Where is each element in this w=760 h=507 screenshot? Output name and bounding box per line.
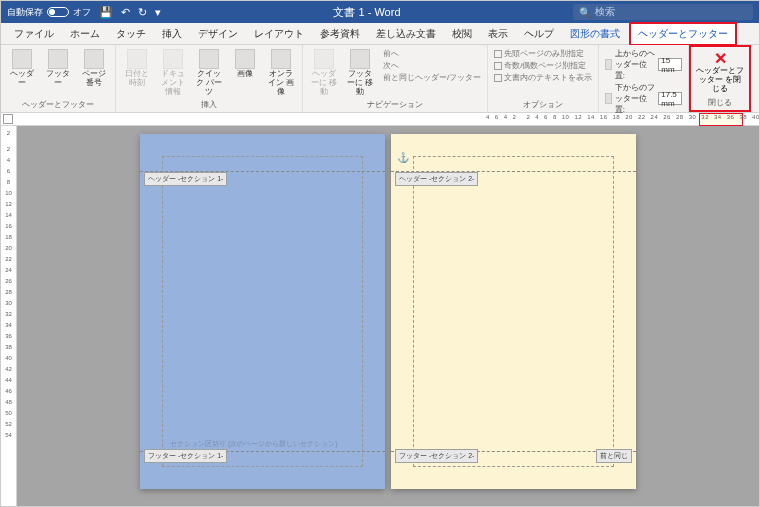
ribbon: ヘッダー フッター ページ 番号 ヘッダーとフッター 日付と 時刻 ドキュメント… xyxy=(1,45,759,113)
group-insert: 日付と 時刻 ドキュメント 情報 クイック パーツ 画像 オンライン 画像 挿入 xyxy=(116,45,303,112)
group-label: ヘッダーとフッター xyxy=(5,98,111,110)
tab-home[interactable]: ホーム xyxy=(63,24,107,44)
close-icon: ✕ xyxy=(711,49,729,67)
pages-container: ヘッダー -セクション 1- フッター -セクション 1- セクション区切り (… xyxy=(17,126,759,506)
group-label: ナビゲーション xyxy=(307,98,483,110)
tab-design[interactable]: デザイン xyxy=(191,24,245,44)
checkbox-icon xyxy=(494,50,502,58)
tab-file[interactable]: ファイル xyxy=(7,24,61,44)
footer-pos-icon xyxy=(605,93,611,104)
header-tag: ヘッダー -セクション 2- xyxy=(395,172,478,186)
page-1[interactable]: ヘッダー -セクション 1- フッター -セクション 1- セクション区切り (… xyxy=(140,134,385,489)
page-2[interactable]: ⚓ ヘッダー -セクション 2- フッター -セクション 2- 前と同じ xyxy=(391,134,636,489)
close-header-footer-button[interactable]: ✕ ヘッダーとフッター を閉じる xyxy=(695,49,745,93)
goto-footer-button[interactable]: フッターに 移動 xyxy=(343,47,377,98)
autosave-state: オフ xyxy=(73,6,91,19)
autosave-toggle[interactable]: 自動保存 オフ xyxy=(7,6,91,19)
search-icon: 🔍 xyxy=(579,7,591,18)
goto-header-button[interactable]: ヘッダーに 移動 xyxy=(307,47,341,98)
group-options: 先頭ページのみ別指定 奇数/偶数ページ別指定 文書内のテキストを表示 オプション xyxy=(488,45,599,112)
header-zone[interactable] xyxy=(391,134,636,172)
vertical-ruler[interactable]: 2246810121416182022242628303234363840424… xyxy=(1,126,17,506)
header-pos-icon xyxy=(605,59,611,70)
group-label: 閉じる xyxy=(695,96,745,108)
header-from-top: 上からのヘッダー位置:15 mm xyxy=(605,48,682,81)
undo-icon[interactable]: ↶ xyxy=(121,6,130,19)
goto-header-icon xyxy=(314,49,334,69)
search-box[interactable]: 🔍 検索 xyxy=(573,4,753,20)
footer-button[interactable]: フッター xyxy=(41,47,75,90)
title-bar: 自動保存 オフ 💾 ↶ ↻ ▾ 文書 1 - Word 🔍 検索 xyxy=(1,1,759,23)
link-previous[interactable]: 前と同じヘッダー/フッター xyxy=(381,72,481,83)
footer-tag: フッター -セクション 2- xyxy=(395,449,478,463)
goto-footer-icon xyxy=(350,49,370,69)
group-position: 上からのヘッダー位置:15 mm 下からのフッター位置:17.5 mm 整列タブ… xyxy=(599,45,689,112)
toggle-icon xyxy=(47,7,69,17)
tab-help[interactable]: ヘルプ xyxy=(517,24,561,44)
search-placeholder: 検索 xyxy=(595,5,615,19)
section-break-note: セクション区切り (次のページから新しいセクション) xyxy=(170,439,338,449)
group-header-footer: ヘッダー フッター ページ 番号 ヘッダーとフッター xyxy=(1,45,116,112)
checkbox-icon xyxy=(494,74,502,82)
save-icon[interactable]: 💾 xyxy=(99,6,113,19)
autosave-label: 自動保存 xyxy=(7,6,43,19)
footer-icon xyxy=(48,49,68,69)
footer-pos-input[interactable]: 17.5 mm xyxy=(658,92,682,105)
tab-insert[interactable]: 挿入 xyxy=(155,24,189,44)
header-pos-input[interactable]: 15 mm xyxy=(658,58,682,71)
quick-access-toolbar: 💾 ↶ ↻ ▾ xyxy=(99,6,161,19)
group-navigation: ヘッダーに 移動 フッターに 移動 前へ 次へ 前と同じヘッダー/フッター ナビ… xyxy=(303,45,488,112)
header-tag: ヘッダー -セクション 1- xyxy=(144,172,227,186)
opt-odd-even[interactable]: 奇数/偶数ページ別指定 xyxy=(494,60,592,71)
tab-references[interactable]: 参考資料 xyxy=(313,24,367,44)
docinfo-button[interactable]: ドキュメント 情報 xyxy=(156,47,190,98)
document-area: 2246810121416182022242628303234363840424… xyxy=(1,126,759,506)
opt-first-page[interactable]: 先頭ページのみ別指定 xyxy=(494,48,592,59)
opt-show-text[interactable]: 文書内のテキストを表示 xyxy=(494,72,592,83)
footer-from-bottom: 下からのフッター位置:17.5 mm xyxy=(605,82,682,115)
ruler-expand-icon[interactable] xyxy=(3,114,13,124)
margin-guide xyxy=(162,156,363,467)
nav-prev[interactable]: 前へ xyxy=(381,48,481,59)
header-icon xyxy=(12,49,32,69)
quickparts-icon xyxy=(199,49,219,69)
margin-guide xyxy=(413,156,614,467)
tab-review[interactable]: 校閲 xyxy=(445,24,479,44)
tab-shape-format[interactable]: 図形の書式 xyxy=(563,24,627,44)
horizontal-ruler[interactable]: 4642246810121416182022242628303234363840… xyxy=(1,113,759,126)
tab-layout[interactable]: レイアウト xyxy=(247,24,311,44)
datetime-button[interactable]: 日付と 時刻 xyxy=(120,47,154,90)
header-button[interactable]: ヘッダー xyxy=(5,47,39,90)
group-label: オプション xyxy=(492,98,594,110)
group-close: ✕ ヘッダーとフッター を閉じる 閉じる xyxy=(689,45,751,112)
footer-tag: フッター -セクション 1- xyxy=(144,449,227,463)
picture-icon xyxy=(235,49,255,69)
tab-touch[interactable]: タッチ xyxy=(109,24,153,44)
online-pic-button[interactable]: オンライン 画像 xyxy=(264,47,298,98)
same-as-previous-tag: 前と同じ xyxy=(596,449,632,463)
picture-button[interactable]: 画像 xyxy=(228,47,262,81)
online-pic-icon xyxy=(271,49,291,69)
anchor-icon: ⚓ xyxy=(397,152,409,163)
ribbon-tabs: ファイル ホーム タッチ 挿入 デザイン レイアウト 参考資料 差し込み文書 校… xyxy=(1,23,759,45)
page-number-icon xyxy=(84,49,104,69)
tab-mailings[interactable]: 差し込み文書 xyxy=(369,24,443,44)
document-title: 文書 1 - Word xyxy=(169,5,565,20)
docinfo-icon xyxy=(163,49,183,69)
qat-more-icon[interactable]: ▾ xyxy=(155,6,161,19)
group-label: 挿入 xyxy=(120,98,298,110)
nav-next[interactable]: 次へ xyxy=(381,60,481,71)
header-zone[interactable] xyxy=(140,134,385,172)
page-number-button[interactable]: ページ 番号 xyxy=(77,47,111,90)
checkbox-icon xyxy=(494,62,502,70)
tab-header-footer[interactable]: ヘッダーとフッター xyxy=(629,22,737,46)
ruler-numbers: 4642246810121416182022242628303234363840… xyxy=(486,114,760,120)
redo-icon[interactable]: ↻ xyxy=(138,6,147,19)
quickparts-button[interactable]: クイック パーツ xyxy=(192,47,226,98)
tab-view[interactable]: 表示 xyxy=(481,24,515,44)
datetime-icon xyxy=(127,49,147,69)
